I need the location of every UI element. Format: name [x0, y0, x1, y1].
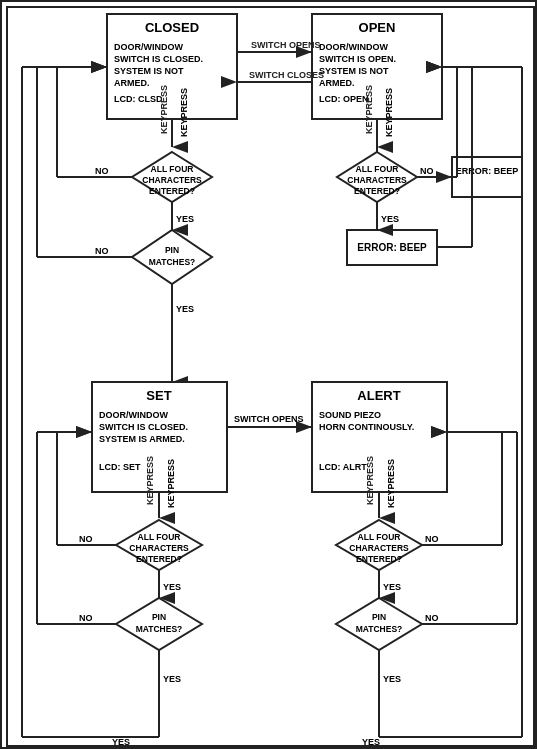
svg-text:KEYPRESS: KEYPRESS: [365, 456, 375, 505]
svg-text:YES: YES: [163, 582, 181, 592]
svg-text:MATCHES?: MATCHES?: [136, 624, 183, 634]
svg-text:MATCHES?: MATCHES?: [356, 624, 403, 634]
svg-text:SYSTEM IS ARMED.: SYSTEM IS ARMED.: [99, 434, 185, 444]
svg-text:ALL FOUR: ALL FOUR: [151, 164, 194, 174]
svg-text:HORN CONTINOUSLY.: HORN CONTINOUSLY.: [319, 422, 414, 432]
svg-text:SWITCH IS CLOSED.: SWITCH IS CLOSED.: [114, 54, 203, 64]
svg-text:YES: YES: [176, 304, 194, 314]
svg-text:SWITCH IS OPEN.: SWITCH IS OPEN.: [319, 54, 396, 64]
svg-text:YES: YES: [176, 214, 194, 224]
svg-text:DOOR/WINDOW: DOOR/WINDOW: [114, 42, 183, 52]
svg-text:KEYPRESS: KEYPRESS: [159, 85, 169, 134]
svg-text:ERROR: BEEP: ERROR: BEEP: [357, 242, 427, 253]
svg-text:ERROR: BEEP: ERROR: BEEP: [456, 166, 519, 176]
svg-text:KEYPRESS: KEYPRESS: [384, 88, 394, 137]
svg-text:MATCHES?: MATCHES?: [149, 257, 196, 267]
svg-text:ARMED.: ARMED.: [114, 78, 150, 88]
svg-rect-50: [452, 157, 522, 197]
svg-text:OPEN: OPEN: [359, 20, 396, 35]
svg-text:KEYPRESS: KEYPRESS: [364, 85, 374, 134]
svg-text:SWITCH OPENS: SWITCH OPENS: [251, 40, 321, 50]
svg-text:CHARACTERS: CHARACTERS: [142, 175, 202, 185]
svg-text:LCD: OPEN: LCD: OPEN: [319, 94, 369, 104]
svg-text:DOOR/WINDOW: DOOR/WINDOW: [319, 42, 388, 52]
svg-text:SWITCH OPENS: SWITCH OPENS: [234, 414, 304, 424]
svg-text:SOUND PIEZO: SOUND PIEZO: [319, 410, 381, 420]
svg-text:ENTERED?: ENTERED?: [136, 554, 182, 564]
svg-text:LCD: CLSD: LCD: CLSD: [114, 94, 163, 104]
svg-text:NO: NO: [79, 613, 93, 623]
diagram-container: CLOSED DOOR/WINDOW SWITCH IS CLOSED. SYS…: [0, 0, 537, 749]
svg-text:LCD: SET: LCD: SET: [99, 462, 141, 472]
svg-text:NO: NO: [425, 534, 439, 544]
svg-text:ENTERED?: ENTERED?: [356, 554, 402, 564]
svg-text:DOOR/WINDOW: DOOR/WINDOW: [99, 410, 168, 420]
svg-text:NO: NO: [79, 534, 93, 544]
svg-text:ALL FOUR: ALL FOUR: [358, 532, 401, 542]
svg-text:PIN: PIN: [152, 612, 166, 622]
svg-text:YES: YES: [383, 674, 401, 684]
svg-text:KEYPRESS: KEYPRESS: [145, 456, 155, 505]
svg-text:CLOSED: CLOSED: [145, 20, 199, 35]
svg-text:ALL FOUR: ALL FOUR: [138, 532, 181, 542]
svg-text:CHARACTERS: CHARACTERS: [349, 543, 409, 553]
svg-text:KEYPRESS: KEYPRESS: [166, 459, 176, 508]
svg-text:YES: YES: [163, 674, 181, 684]
svg-text:KEYPRESS: KEYPRESS: [179, 88, 189, 137]
svg-text:SYSTEM IS NOT: SYSTEM IS NOT: [114, 66, 184, 76]
svg-text:SWITCH IS CLOSED.: SWITCH IS CLOSED.: [99, 422, 188, 432]
svg-text:YES: YES: [381, 214, 399, 224]
svg-text:NO: NO: [425, 613, 439, 623]
svg-text:YES: YES: [362, 737, 380, 747]
svg-text:ARMED.: ARMED.: [319, 78, 355, 88]
svg-text:PIN: PIN: [165, 245, 179, 255]
svg-text:ENTERED?: ENTERED?: [354, 186, 400, 196]
svg-text:ENTERED?: ENTERED?: [149, 186, 195, 196]
svg-text:YES: YES: [383, 582, 401, 592]
svg-text:ALL FOUR: ALL FOUR: [356, 164, 399, 174]
svg-text:SWITCH CLOSES: SWITCH CLOSES: [249, 70, 324, 80]
svg-text:NO: NO: [95, 246, 109, 256]
svg-text:CHARACTERS: CHARACTERS: [129, 543, 189, 553]
svg-text:KEYPRESS: KEYPRESS: [386, 459, 396, 508]
svg-text:LCD: ALRT: LCD: ALRT: [319, 462, 367, 472]
svg-text:NO: NO: [420, 166, 434, 176]
svg-text:PIN: PIN: [372, 612, 386, 622]
svg-text:ALERT: ALERT: [357, 388, 400, 403]
svg-text:YES: YES: [112, 737, 130, 747]
svg-text:SYSTEM IS NOT: SYSTEM IS NOT: [319, 66, 389, 76]
svg-text:NO: NO: [95, 166, 109, 176]
svg-rect-125: [7, 7, 534, 746]
svg-text:CHARACTERS: CHARACTERS: [347, 175, 407, 185]
svg-text:SET: SET: [146, 388, 171, 403]
